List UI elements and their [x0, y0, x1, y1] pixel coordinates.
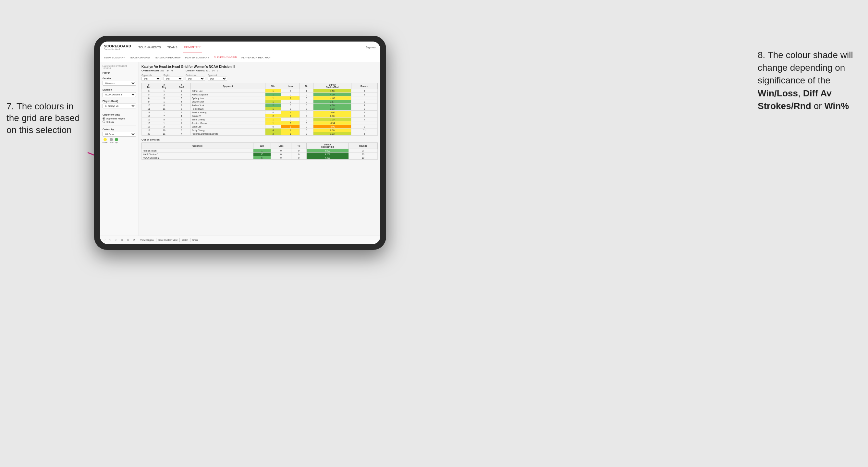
cell-div: 20 [142, 132, 156, 136]
table-row: 9 1 4 Sharon Mun 1 0 0 3.67 3 [142, 100, 378, 103]
radio-group: Opponents Played Top 100 [102, 117, 136, 123]
subnav-team-h2h-heatmap[interactable]: TEAM H2H HEATMAP [154, 53, 181, 62]
table-row: 5 2 2 Alexis Sudjianto 1 0 0 4.00 3 [142, 93, 378, 96]
toolbar-copy[interactable]: ⊞ [120, 239, 124, 242]
logo-area: SCOREBOARD Powered by clippd [104, 44, 131, 50]
table-row: 11 11 2 Heejo Hyun 1 0 0 3.33 3 [142, 107, 378, 111]
toolbar-paste[interactable]: ⊡ [126, 239, 130, 242]
sidebar-division-select[interactable]: NCAA Division III [102, 92, 136, 97]
cell-conf: 5 [172, 118, 190, 121]
bottom-toolbar: ↩ ↪ ↩ ⊞ ⊡ ⏱ View: Original Save Custom V… [100, 236, 380, 244]
cell-opponent: Alexis Sudjianto [190, 93, 265, 96]
sidebar-player-rank-select[interactable]: 8. Katelyn Vo [102, 103, 136, 108]
table-row: 19 10 6 Emily Chang 4 1 0 0.30 11 [142, 128, 378, 132]
cell-reg: 2 [156, 125, 172, 128]
sub-nav: TEAM SUMMARY TEAM H2H GRID TEAM H2H HEAT… [100, 53, 380, 62]
radio-top-100[interactable]: Top 100 [102, 120, 136, 123]
out-cell-diff: 4.500 [306, 149, 348, 153]
radio-opponents-played[interactable]: Opponents Played [102, 117, 136, 120]
nav-sign-out[interactable]: Sign out [366, 46, 376, 49]
sidebar-timestamp: Last Updated: 27/03/2024 16:55:38 [102, 65, 136, 69]
toolbar-share[interactable]: Share [192, 239, 198, 241]
subnav-team-summary[interactable]: TEAM SUMMARY [104, 53, 125, 62]
out-cell-tie: 0 [291, 156, 307, 160]
radio-dot-played [102, 117, 105, 120]
cell-rounds: 11 [351, 128, 378, 132]
subnav-player-h2h-grid[interactable]: PLAYER H2H GRID [214, 53, 237, 62]
subnav-team-h2h-grid[interactable]: TEAM H2H GRID [129, 53, 150, 62]
toolbar-undo2[interactable]: ↩ [114, 239, 118, 242]
cell-reg: 1 [156, 100, 172, 103]
cell-rounds: 4 [351, 118, 378, 121]
toolbar-save-custom[interactable]: Save Custom View [158, 239, 178, 241]
cell-opponent: Euna Lee [190, 125, 265, 128]
cell-loss: 0 [281, 107, 300, 111]
cell-win: 1 [265, 107, 281, 111]
colour-by-select[interactable]: Win/loss [102, 132, 136, 136]
table-row: 16 1 1 Jessica Mason 1 2 0 -0.94 [142, 121, 378, 125]
sidebar-gender-select[interactable]: Women's [102, 81, 136, 86]
table-row: NCAA Division 2 5 0 0 7.400 10 [142, 156, 378, 160]
cell-reg: 11 [156, 107, 172, 111]
cell-opponent: Andrea York [190, 103, 265, 107]
legend-level: Level [109, 138, 113, 144]
cell-tie: 1 [300, 89, 313, 93]
table-row: 10 6 3 Andrea York 2 0 0 4.00 4 [142, 103, 378, 107]
cell-loss: 1 [281, 128, 300, 132]
filter-opponents: Opponents: (All) [142, 74, 161, 81]
cell-opponent: Jessica Huang [190, 111, 265, 114]
cell-reg: 10 [156, 128, 172, 132]
toolbar-redo[interactable]: ↪ [108, 239, 112, 242]
main-content: Last Updated: 27/03/2024 16:55:38 Player… [100, 62, 380, 236]
col-loss: Loss [281, 83, 300, 89]
out-cell-loss: 0 [271, 153, 291, 156]
col-diff: Diff AvStrokes/Rnd [313, 83, 351, 89]
cell-rounds: 3 [351, 93, 378, 96]
filter-region: Region (All) [163, 74, 183, 81]
sidebar: Last Updated: 27/03/2024 16:55:38 Player… [100, 62, 139, 236]
subnav-player-summary[interactable]: PLAYER SUMMARY [185, 53, 209, 62]
cell-div: 19 [142, 128, 156, 132]
cell-diff: 0.30 [313, 128, 351, 132]
filter-region-select[interactable]: (All) [163, 76, 183, 81]
sidebar-player-section: Player [102, 71, 136, 74]
col-div: #Div [142, 83, 156, 89]
toolbar-clock[interactable]: ⏱ [132, 239, 136, 242]
legend-dot-up [115, 138, 118, 141]
filter-conference: Conference (All) [186, 74, 205, 81]
col-tie: Tie [300, 83, 313, 89]
out-col-tie: Tie [291, 143, 307, 149]
toolbar-undo[interactable]: ↩ [102, 239, 106, 242]
out-cell-opponent: NCAA Division 2 [142, 156, 253, 160]
right-annotation: 8. The colour shade will change dependin… [758, 49, 858, 112]
cell-div: 16 [142, 121, 156, 125]
cell-loss: 1 [281, 111, 300, 114]
filter-opponent-select[interactable]: (All) [208, 76, 227, 81]
nav-committee[interactable]: COMMITTEE [183, 41, 202, 53]
cell-opponent: Jessica Mason [190, 121, 265, 125]
cell-div: 15 [142, 118, 156, 121]
subnav-player-h2h-heatmap[interactable]: PLAYER H2H HEATMAP [241, 53, 271, 62]
filter-opponents-select[interactable]: (All) [142, 76, 161, 81]
cell-tie: 0 [300, 121, 313, 125]
filter-conference-select[interactable]: (All) [186, 76, 205, 81]
cell-opponent: Federica Domecq Lacroze [190, 132, 265, 136]
cell-opponent: Heejo Hyun [190, 107, 265, 111]
nav-items: TOURNAMENTS TEAMS COMMITTEE [137, 41, 366, 53]
nav-tournaments[interactable]: TOURNAMENTS [137, 41, 161, 53]
out-of-div-table: Opponent Win Loss Tie Diff AvStrokes/Rnd… [142, 143, 378, 160]
table-row: 13 1 1 Jessica Huang 0 1 0 -3.00 2 [142, 111, 378, 114]
cell-win: 2 [265, 103, 281, 107]
cell-loss: 1 [281, 125, 300, 128]
cell-diff: 3.67 [313, 100, 351, 103]
table-row: 14 7 4 Eunice Yi 2 2 0 0.38 9 [142, 114, 378, 118]
cell-win: 2 [265, 132, 281, 136]
cell-loss: 2 [281, 121, 300, 125]
legend-down: Down [102, 138, 107, 144]
toolbar-view-original[interactable]: View: Original [140, 239, 154, 241]
cell-reg: 7 [156, 114, 172, 118]
out-cell-rounds: 30 [348, 153, 377, 156]
toolbar-watch[interactable]: Watch [182, 239, 188, 241]
nav-teams[interactable]: TEAMS [167, 41, 178, 53]
cell-div: 10 [142, 103, 156, 107]
